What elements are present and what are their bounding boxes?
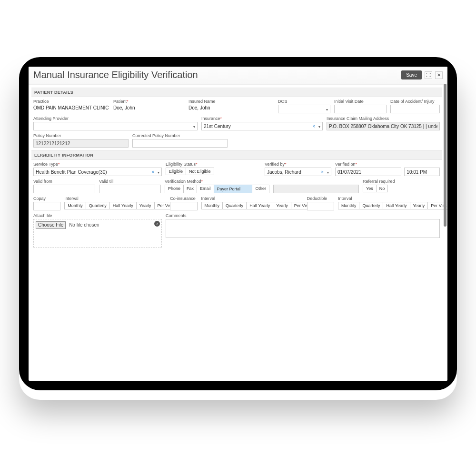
service-type-select[interactable]: Health Benefit Plan Coverage(30) × bbox=[33, 168, 162, 176]
attach-dropzone[interactable]: Choose File No file chosen i bbox=[33, 219, 162, 248]
referral-no[interactable]: No bbox=[377, 185, 388, 192]
insurance-label: Insurance* bbox=[201, 116, 323, 121]
status-label: Eligibility Status* bbox=[166, 162, 261, 167]
insured-value: Doe, John bbox=[188, 105, 274, 110]
insured-label: Insured Name bbox=[188, 99, 274, 104]
verified-by-clear-icon[interactable]: × bbox=[321, 169, 324, 175]
verified-on-label: Verified on* bbox=[335, 162, 440, 167]
dos-label: DOS bbox=[278, 99, 330, 104]
valid-from-label: Valid from bbox=[33, 179, 95, 184]
policy-input bbox=[33, 139, 129, 148]
coinsurance-input[interactable] bbox=[170, 202, 197, 210]
method-extra-input bbox=[273, 185, 359, 193]
attending-select[interactable] bbox=[33, 122, 198, 130]
interval-monthly[interactable]: Monthly bbox=[64, 202, 86, 209]
app-screen: Manual Insurance Eligibility Verificatio… bbox=[29, 67, 447, 381]
method-email[interactable]: Email bbox=[197, 185, 214, 193]
status-toggle[interactable]: Eligible Not Eligible bbox=[166, 168, 261, 175]
copay-input[interactable] bbox=[33, 202, 60, 210]
blank-disabled-label bbox=[273, 179, 359, 184]
choose-file-button[interactable]: Choose File bbox=[36, 221, 66, 229]
practice-value: OMD PAIN MANAGEMENT CLINIC bbox=[33, 105, 109, 110]
deductible-interval-label: Interval bbox=[338, 196, 440, 201]
coinsurance-interval-label: Interval bbox=[201, 196, 303, 201]
scrollbar[interactable] bbox=[444, 84, 446, 227]
valid-till-input[interactable] bbox=[99, 185, 161, 193]
verified-on-time[interactable] bbox=[404, 168, 440, 176]
file-status: No file chosen bbox=[69, 222, 99, 228]
interval-quarterly[interactable]: Quarterly bbox=[359, 202, 383, 209]
method-fax[interactable]: Fax bbox=[184, 185, 197, 193]
save-button[interactable]: Save bbox=[401, 70, 422, 79]
verified-by-select[interactable]: Jacobs, Richard × bbox=[265, 168, 331, 176]
policy-label: Policy Number bbox=[33, 133, 129, 138]
method-payer-portal[interactable]: Payer Portal bbox=[214, 185, 253, 193]
interval-monthly[interactable]: Monthly bbox=[201, 202, 223, 209]
insurance-clear-icon[interactable]: × bbox=[312, 124, 315, 129]
titlebar: Manual Insurance Eligibility Verificatio… bbox=[29, 67, 447, 85]
deductible-interval[interactable]: MonthlyQuarterlyHalf YearlyYearlyPer Vis… bbox=[338, 202, 440, 209]
method-label: Verification Method* bbox=[165, 179, 269, 184]
attach-label: Attach file bbox=[33, 213, 162, 218]
interval-half-yearly[interactable]: Half Yearly bbox=[247, 202, 273, 209]
eligibility-header: ELIGIBILITY INFORMATION bbox=[31, 150, 442, 160]
referral-yes[interactable]: Yes bbox=[363, 185, 377, 192]
interval-monthly[interactable]: Monthly bbox=[338, 202, 360, 209]
method-other[interactable]: Other bbox=[252, 185, 269, 193]
page-title: Manual Insurance Eligibility Verificatio… bbox=[33, 69, 198, 80]
method-toggle[interactable]: PhoneFaxEmailPayer PortalOther bbox=[165, 185, 269, 193]
initial-visit-input[interactable] bbox=[334, 105, 387, 113]
method-phone[interactable]: Phone bbox=[165, 185, 184, 193]
valid-from-input[interactable] bbox=[33, 185, 95, 193]
verified-by-label: Verified by* bbox=[265, 162, 331, 167]
valid-till-label: Valid till bbox=[99, 179, 161, 184]
patient-details-header: PATIENT DETAILS bbox=[31, 88, 442, 97]
interval-yearly[interactable]: Yearly bbox=[137, 202, 155, 209]
close-icon[interactable]: ✕ bbox=[435, 71, 443, 79]
info-icon[interactable]: i bbox=[154, 221, 160, 227]
referral-label: Referral required bbox=[363, 179, 440, 184]
referral-toggle[interactable]: Yes No bbox=[363, 185, 440, 192]
interval-half-yearly[interactable]: Half Yearly bbox=[383, 202, 410, 209]
accident-input[interactable] bbox=[390, 105, 440, 113]
patient-label: Patient* bbox=[113, 99, 185, 104]
comments-input[interactable] bbox=[166, 219, 440, 238]
deductible-input[interactable] bbox=[307, 202, 334, 210]
patient-value: Doe, John bbox=[113, 105, 185, 110]
coinsurance-label: Co-insurance bbox=[170, 196, 197, 201]
interval-quarterly[interactable]: Quarterly bbox=[86, 202, 110, 209]
copay-interval-label: Interval bbox=[64, 196, 166, 201]
interval-half-yearly[interactable]: Half Yearly bbox=[110, 202, 137, 209]
initial-visit-label: Initial Visit Date bbox=[334, 99, 387, 104]
corrected-policy-label: Corrected Policy Number bbox=[132, 133, 228, 138]
expand-icon[interactable]: ⛶ bbox=[425, 71, 432, 79]
corrected-policy-input[interactable] bbox=[132, 139, 228, 148]
mailing-label: Insurance Claim Mailing Address bbox=[327, 116, 440, 121]
status-not-eligible[interactable]: Not Eligible bbox=[186, 168, 214, 175]
service-type-clear-icon[interactable]: × bbox=[151, 169, 154, 175]
copay-label: Copay bbox=[33, 196, 60, 201]
verified-on-date[interactable] bbox=[335, 168, 401, 176]
interval-quarterly[interactable]: Quarterly bbox=[223, 202, 247, 209]
deductible-label: Deductible bbox=[307, 196, 334, 201]
copay-interval[interactable]: MonthlyQuarterlyHalf YearlyYearlyPer Vis… bbox=[64, 202, 166, 209]
dos-select[interactable] bbox=[278, 105, 330, 113]
comments-label: Comments bbox=[166, 213, 440, 218]
status-eligible[interactable]: Eligible bbox=[166, 168, 186, 175]
attending-label: Attending Provider bbox=[33, 116, 198, 121]
accident-label: Date of Accident/ Injury bbox=[390, 99, 440, 104]
interval-yearly[interactable]: Yearly bbox=[410, 202, 428, 209]
coinsurance-interval[interactable]: MonthlyQuarterlyHalf YearlyYearlyPer Vis… bbox=[201, 202, 303, 209]
service-type-label: Service Type* bbox=[33, 162, 162, 167]
insurance-select[interactable]: 21st Century × bbox=[201, 122, 323, 130]
practice-label: Practice bbox=[33, 99, 109, 104]
mailing-input bbox=[327, 122, 440, 130]
interval-yearly[interactable]: Yearly bbox=[273, 202, 291, 209]
tablet-frame: Manual Insurance Eligibility Verificatio… bbox=[19, 57, 457, 390]
